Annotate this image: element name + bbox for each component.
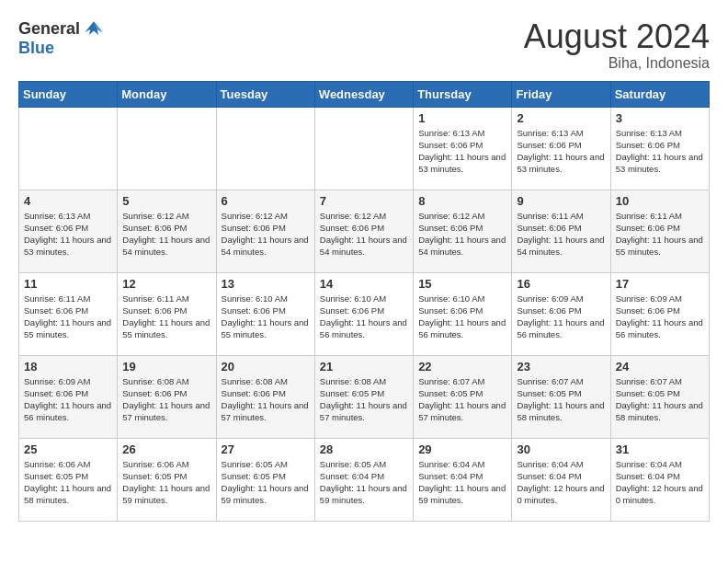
- day-number: 31: [616, 442, 704, 456]
- calendar-cell: 24Sunrise: 6:07 AM Sunset: 6:05 PM Dayli…: [610, 355, 709, 438]
- weekday-header-saturday: Saturday: [610, 81, 709, 107]
- week-row-1: 1Sunrise: 6:13 AM Sunset: 6:06 PM Daylig…: [19, 107, 710, 190]
- day-info: Sunrise: 6:04 AM Sunset: 6:04 PM Dayligh…: [517, 458, 605, 507]
- title-area: August 2024 Biha, Indonesia: [524, 18, 710, 72]
- day-info: Sunrise: 6:07 AM Sunset: 6:05 PM Dayligh…: [616, 375, 704, 424]
- day-info: Sunrise: 6:04 AM Sunset: 6:04 PM Dayligh…: [418, 458, 506, 507]
- calendar-cell: [216, 107, 314, 190]
- calendar-cell: 6Sunrise: 6:12 AM Sunset: 6:06 PM Daylig…: [216, 190, 314, 272]
- day-number: 24: [616, 360, 704, 373]
- day-number: 14: [320, 277, 408, 291]
- calendar-cell: 8Sunrise: 6:12 AM Sunset: 6:06 PM Daylig…: [414, 190, 512, 272]
- calendar-cell: 7Sunrise: 6:12 AM Sunset: 6:06 PM Daylig…: [314, 190, 413, 272]
- day-info: Sunrise: 6:11 AM Sunset: 6:06 PM Dayligh…: [517, 210, 605, 259]
- week-row-5: 25Sunrise: 6:06 AM Sunset: 6:05 PM Dayli…: [19, 438, 710, 521]
- day-info: Sunrise: 6:04 AM Sunset: 6:04 PM Dayligh…: [616, 458, 704, 507]
- location-text: Biha, Indonesia: [524, 55, 710, 72]
- day-info: Sunrise: 6:09 AM Sunset: 6:06 PM Dayligh…: [24, 375, 112, 424]
- calendar-cell: 29Sunrise: 6:04 AM Sunset: 6:04 PM Dayli…: [414, 438, 512, 521]
- page-header: General Blue August 2024 Biha, Indonesia: [18, 18, 710, 72]
- day-number: 18: [24, 360, 112, 373]
- calendar-cell: 28Sunrise: 6:05 AM Sunset: 6:04 PM Dayli…: [314, 438, 413, 521]
- calendar-cell: 25Sunrise: 6:06 AM Sunset: 6:05 PM Dayli…: [19, 438, 118, 521]
- day-info: Sunrise: 6:07 AM Sunset: 6:05 PM Dayligh…: [418, 375, 506, 424]
- day-number: 26: [122, 442, 210, 456]
- calendar-cell: 17Sunrise: 6:09 AM Sunset: 6:06 PM Dayli…: [610, 272, 709, 355]
- calendar-cell: 22Sunrise: 6:07 AM Sunset: 6:05 PM Dayli…: [414, 355, 512, 438]
- calendar-cell: 14Sunrise: 6:10 AM Sunset: 6:06 PM Dayli…: [314, 272, 413, 355]
- calendar-cell: 11Sunrise: 6:11 AM Sunset: 6:06 PM Dayli…: [19, 272, 118, 355]
- calendar-cell: 30Sunrise: 6:04 AM Sunset: 6:04 PM Dayli…: [512, 438, 610, 521]
- calendar-cell: 31Sunrise: 6:04 AM Sunset: 6:04 PM Dayli…: [610, 438, 709, 521]
- day-info: Sunrise: 6:11 AM Sunset: 6:06 PM Dayligh…: [24, 293, 112, 341]
- day-number: 30: [517, 442, 605, 456]
- day-number: 4: [24, 194, 112, 208]
- day-info: Sunrise: 6:05 AM Sunset: 6:05 PM Dayligh…: [222, 458, 310, 507]
- logo-blue-text: Blue: [18, 39, 54, 57]
- calendar-table: SundayMondayTuesdayWednesdayThursdayFrid…: [18, 81, 710, 522]
- calendar-cell: [19, 107, 118, 190]
- calendar-cell: 15Sunrise: 6:10 AM Sunset: 6:06 PM Dayli…: [414, 272, 512, 355]
- day-number: 20: [222, 360, 310, 373]
- day-info: Sunrise: 6:13 AM Sunset: 6:06 PM Dayligh…: [24, 210, 112, 259]
- day-number: 7: [320, 194, 408, 208]
- logo: General Blue: [18, 18, 104, 58]
- day-number: 22: [418, 360, 506, 373]
- calendar-cell: 23Sunrise: 6:07 AM Sunset: 6:05 PM Dayli…: [512, 355, 610, 438]
- month-title: August 2024: [524, 18, 710, 55]
- day-number: 5: [122, 194, 210, 208]
- day-number: 15: [418, 277, 506, 291]
- day-number: 3: [616, 111, 704, 125]
- day-number: 10: [616, 194, 704, 208]
- day-number: 9: [517, 194, 605, 208]
- day-info: Sunrise: 6:12 AM Sunset: 6:06 PM Dayligh…: [222, 210, 310, 259]
- day-number: 2: [517, 111, 605, 125]
- day-info: Sunrise: 6:12 AM Sunset: 6:06 PM Dayligh…: [320, 210, 408, 259]
- calendar-cell: 9Sunrise: 6:11 AM Sunset: 6:06 PM Daylig…: [512, 190, 610, 272]
- day-info: Sunrise: 6:09 AM Sunset: 6:06 PM Dayligh…: [616, 293, 704, 341]
- day-info: Sunrise: 6:13 AM Sunset: 6:06 PM Dayligh…: [418, 127, 506, 176]
- svg-marker-0: [85, 21, 103, 35]
- calendar-cell: 18Sunrise: 6:09 AM Sunset: 6:06 PM Dayli…: [19, 355, 118, 438]
- day-info: Sunrise: 6:13 AM Sunset: 6:06 PM Dayligh…: [517, 127, 605, 176]
- calendar-cell: 20Sunrise: 6:08 AM Sunset: 6:06 PM Dayli…: [216, 355, 314, 438]
- calendar-cell: [314, 107, 413, 190]
- calendar-cell: 10Sunrise: 6:11 AM Sunset: 6:06 PM Dayli…: [610, 190, 709, 272]
- day-number: 16: [517, 277, 605, 291]
- day-number: 28: [320, 442, 408, 456]
- calendar-cell: 2Sunrise: 6:13 AM Sunset: 6:06 PM Daylig…: [512, 107, 610, 190]
- calendar-cell: 19Sunrise: 6:08 AM Sunset: 6:06 PM Dayli…: [118, 355, 216, 438]
- day-number: 12: [122, 277, 210, 291]
- day-number: 8: [418, 194, 506, 208]
- week-row-2: 4Sunrise: 6:13 AM Sunset: 6:06 PM Daylig…: [19, 190, 710, 272]
- calendar-cell: 12Sunrise: 6:11 AM Sunset: 6:06 PM Dayli…: [118, 272, 216, 355]
- calendar-cell: [118, 107, 216, 190]
- day-info: Sunrise: 6:10 AM Sunset: 6:06 PM Dayligh…: [320, 293, 408, 341]
- weekday-header-friday: Friday: [512, 81, 610, 107]
- day-info: Sunrise: 6:09 AM Sunset: 6:06 PM Dayligh…: [517, 293, 605, 341]
- calendar-cell: 26Sunrise: 6:06 AM Sunset: 6:05 PM Dayli…: [118, 438, 216, 521]
- day-info: Sunrise: 6:12 AM Sunset: 6:06 PM Dayligh…: [418, 210, 506, 259]
- day-info: Sunrise: 6:07 AM Sunset: 6:05 PM Dayligh…: [517, 375, 605, 424]
- weekday-header-row: SundayMondayTuesdayWednesdayThursdayFrid…: [19, 81, 710, 107]
- calendar-cell: 16Sunrise: 6:09 AM Sunset: 6:06 PM Dayli…: [512, 272, 610, 355]
- day-info: Sunrise: 6:13 AM Sunset: 6:06 PM Dayligh…: [616, 127, 704, 176]
- day-number: 19: [122, 360, 210, 373]
- day-number: 1: [418, 111, 506, 125]
- calendar-cell: 4Sunrise: 6:13 AM Sunset: 6:06 PM Daylig…: [19, 190, 118, 272]
- day-info: Sunrise: 6:10 AM Sunset: 6:06 PM Dayligh…: [418, 293, 506, 341]
- weekday-header-thursday: Thursday: [414, 81, 512, 107]
- day-info: Sunrise: 6:06 AM Sunset: 6:05 PM Dayligh…: [24, 458, 112, 507]
- day-number: 17: [616, 277, 704, 291]
- day-info: Sunrise: 6:11 AM Sunset: 6:06 PM Dayligh…: [616, 210, 704, 259]
- day-number: 13: [222, 277, 310, 291]
- week-row-4: 18Sunrise: 6:09 AM Sunset: 6:06 PM Dayli…: [19, 355, 710, 438]
- day-number: 29: [418, 442, 506, 456]
- logo-bird-icon: [84, 18, 104, 39]
- day-info: Sunrise: 6:08 AM Sunset: 6:06 PM Dayligh…: [222, 375, 310, 424]
- calendar-cell: 27Sunrise: 6:05 AM Sunset: 6:05 PM Dayli…: [216, 438, 314, 521]
- calendar-cell: 1Sunrise: 6:13 AM Sunset: 6:06 PM Daylig…: [414, 107, 512, 190]
- day-info: Sunrise: 6:08 AM Sunset: 6:05 PM Dayligh…: [320, 375, 408, 424]
- day-number: 11: [24, 277, 112, 291]
- day-info: Sunrise: 6:08 AM Sunset: 6:06 PM Dayligh…: [122, 375, 210, 424]
